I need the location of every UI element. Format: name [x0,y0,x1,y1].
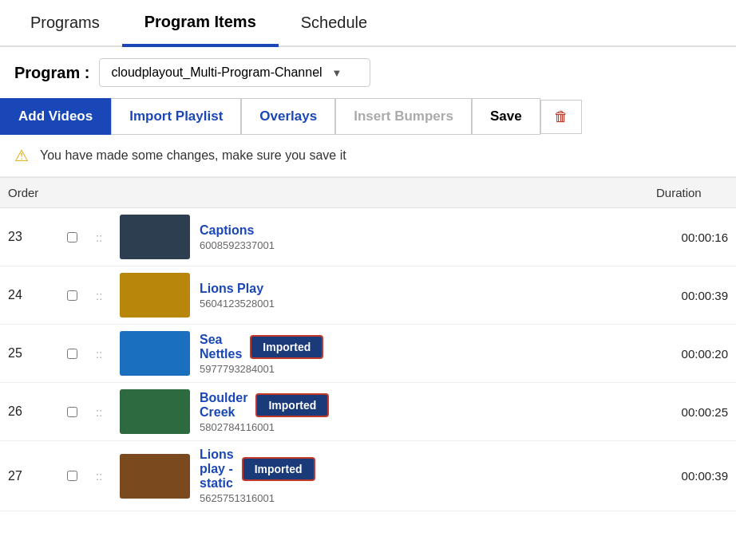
row-order: 27 [0,469,56,483]
tab-schedule[interactable]: Schedule [279,1,390,47]
program-row: Program : cloudplayout_Multi-Program-Cha… [0,47,736,98]
import-playlist-button[interactable]: Import Playlist [111,98,241,135]
imported-badge: Imported [255,393,329,417]
video-thumbnail [120,273,190,317]
row-checkbox[interactable] [67,290,77,301]
row-info: Captions 6008592337001 [200,223,275,251]
program-select-value: cloudplayout_Multi-Program-Channel [111,65,322,80]
video-thumbnail [120,389,190,434]
video-title[interactable]: Sea Nettles [200,333,242,361]
col-check [56,186,88,199]
toolbar: Add Videos Import Playlist Overlays Inse… [0,98,736,135]
row-info: Boulder Creek Imported 5802784116001 [200,391,329,433]
video-thumbnail [120,454,190,499]
warning-banner: ⚠ You have made some changes, make sure … [0,135,736,177]
row-checkbox-cell [56,290,88,301]
drag-handle[interactable]: :: [88,289,112,302]
video-id: 5802784116001 [200,421,329,433]
video-title[interactable]: Lions Play [200,282,263,296]
delete-button[interactable]: 🗑 [540,100,582,134]
col-thumb [112,186,239,199]
overlays-button[interactable]: Overlays [241,98,335,135]
col-drag [88,186,112,199]
table-body: 23 :: Captions 6008592337001 00:00:16 24… [0,208,736,511]
row-info-col: Lions Play 5604123528001 [112,273,239,317]
col-duration: Duration [648,186,736,199]
table-row: 27 :: Lions play -static Imported 562575… [0,441,736,511]
imported-badge: Imported [250,335,323,359]
row-checkbox-cell [56,471,88,481]
insert-bumpers-button[interactable]: Insert Bumpers [335,98,472,135]
row-info-col: Lions play -static Imported 562575131600… [112,448,239,504]
col-name [239,186,648,199]
row-info-col: Captions 6008592337001 [112,215,239,259]
save-button[interactable]: Save [472,98,540,135]
drag-handle[interactable]: :: [88,405,112,419]
row-name-row: Boulder Creek Imported [200,391,329,420]
row-info: Lions Play 5604123528001 [200,282,275,310]
video-id: 6008592337001 [200,239,275,251]
row-name-row: Sea Nettles Imported [200,333,323,361]
row-name-row: Lions play -static Imported [200,448,315,491]
video-id: 5625751316001 [200,492,315,504]
video-title[interactable]: Captions [200,223,254,238]
row-duration: 00:00:20 [648,347,736,361]
row-duration: 00:00:25 [648,405,736,419]
row-order: 25 [0,346,56,361]
add-videos-button[interactable]: Add Videos [0,98,111,135]
video-id: 5604123528001 [200,298,275,310]
row-duration: 00:00:39 [648,469,736,483]
table-row: 23 :: Captions 6008592337001 00:00:16 [0,208,736,266]
table-row: 25 :: Sea Nettles Imported 5977793284001… [0,325,736,383]
video-id: 5977793284001 [200,363,323,375]
row-order: 24 [0,288,56,302]
row-info: Sea Nettles Imported 5977793284001 [200,333,323,375]
video-thumbnail [120,331,190,376]
row-checkbox[interactable] [67,349,77,359]
row-info: Lions play -static Imported 562575131600… [200,448,315,504]
row-order: 26 [0,404,56,419]
chevron-down-icon: ▼ [332,67,342,79]
warning-text: You have made some changes, make sure yo… [40,148,346,163]
row-info-col: Sea Nettles Imported 5977793284001 [112,331,239,376]
video-title[interactable]: Lions play -static [200,448,234,491]
program-label: Program : [14,64,89,82]
imported-badge: Imported [242,457,315,481]
row-info-col: Boulder Creek Imported 5802784116001 [112,389,239,434]
tab-programs[interactable]: Programs [8,1,122,47]
row-order: 23 [0,230,56,244]
table-row: 24 :: Lions Play 5604123528001 00:00:39 [0,266,736,325]
tabs-bar: Programs Program Items Schedule [0,0,736,47]
row-name-row: Captions [200,223,275,238]
warning-icon: ⚠ [14,146,29,165]
table-row: 26 :: Boulder Creek Imported 58027841160… [0,383,736,441]
program-select[interactable]: cloudplayout_Multi-Program-Channel ▼ [99,58,370,87]
row-checkbox[interactable] [67,232,77,243]
drag-handle[interactable]: :: [88,469,112,483]
video-thumbnail [120,215,190,259]
video-title[interactable]: Boulder Creek [200,391,247,420]
table-header: Order Duration [0,177,736,208]
row-duration: 00:00:16 [648,231,736,244]
row-checkbox[interactable] [67,471,77,481]
tab-program-items[interactable]: Program Items [122,0,279,47]
row-checkbox-cell [56,232,88,243]
row-checkbox[interactable] [67,407,77,417]
row-duration: 00:00:39 [648,289,736,302]
drag-handle[interactable]: :: [88,231,112,244]
row-checkbox-cell [56,407,88,417]
row-checkbox-cell [56,349,88,359]
col-order: Order [0,186,56,199]
drag-handle[interactable]: :: [88,347,112,361]
row-name-row: Lions Play [200,282,275,296]
